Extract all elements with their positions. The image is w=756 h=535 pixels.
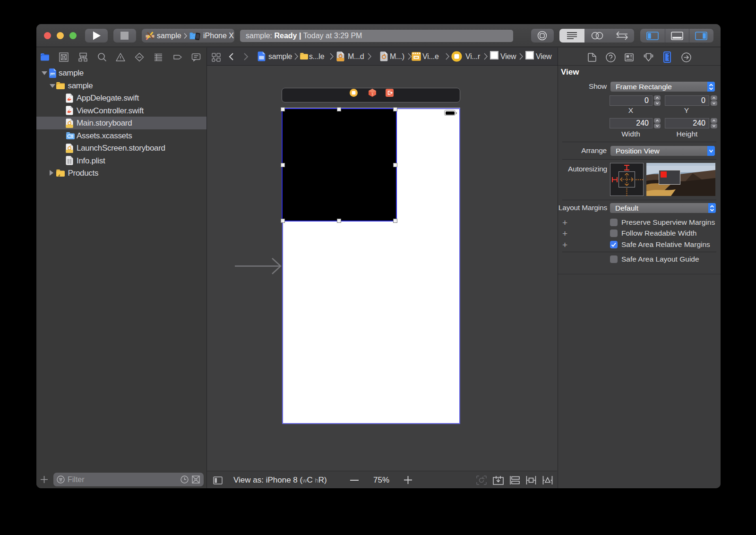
svg-text:1: 1 [371,92,374,96]
